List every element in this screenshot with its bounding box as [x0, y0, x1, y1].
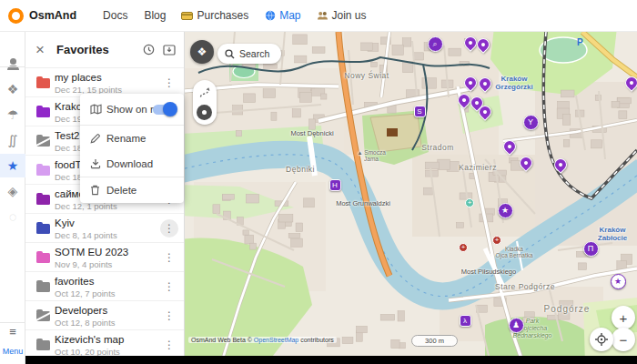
history-clock-icon[interactable] [143, 44, 155, 56]
favorites-group-row[interactable]: favoritesOct 12, 7 points⋮ [25, 272, 184, 301]
favorites-group-row[interactable]: KyivDec 8, 14 points⋮ [25, 214, 184, 243]
record-track-button[interactable] [197, 105, 212, 120]
group-name: my places [55, 72, 102, 83]
kebab-menu-icon[interactable]: ⋮ [160, 219, 178, 238]
kebab-menu-icon[interactable]: ⋮ [160, 336, 178, 354]
close-icon[interactable]: × [32, 42, 48, 58]
bottom-letterbox [25, 356, 637, 364]
osm-link[interactable]: OpenStreetMap [254, 337, 298, 343]
menu-item-delete[interactable]: Delete [80, 177, 184, 203]
map-layers-button[interactable]: ❖ [190, 40, 214, 64]
panel-title: Favorites [56, 43, 143, 56]
group-name: Test2 [55, 130, 80, 141]
menu-item-download[interactable]: Download [80, 151, 184, 177]
sidebar-divider [0, 66, 25, 67]
sidebar-item-navigation[interactable]: ◈ [0, 179, 25, 203]
hospital-poi[interactable]: + [492, 236, 501, 245]
group-subtitle: Oct 12, 8 points [55, 318, 116, 328]
folder-icon [36, 253, 50, 263]
folder-icon [36, 166, 50, 176]
plan-route-icon: ◌ [9, 209, 16, 224]
menu-item-rename[interactable]: Rename [80, 126, 184, 151]
group-name: favorites [55, 276, 94, 287]
star-favorite[interactable]: ★ [498, 203, 513, 218]
kebab-menu-icon[interactable]: ⋮ [160, 307, 178, 325]
folder-icon [36, 78, 50, 88]
crosshair-icon [595, 333, 608, 346]
sidebar-item-account[interactable] [0, 52, 25, 76]
nav-link-docs[interactable]: Docs [103, 9, 127, 22]
zoom-out-button[interactable]: − [612, 328, 635, 351]
menu-item-show-on-map[interactable]: Show on map [80, 94, 184, 125]
sidebar-item-tracks[interactable]: ∬ [0, 128, 25, 152]
zoom-in-button[interactable]: + [612, 306, 635, 329]
trash-icon [90, 185, 106, 196]
plan-route-icon[interactable] [198, 86, 211, 103]
join-us-icon [317, 11, 329, 20]
globe-icon [265, 10, 276, 21]
group-subtitle: Oct 12, 7 points [55, 288, 116, 298]
kebab-menu-icon[interactable]: ⋮ [160, 278, 178, 296]
sidebar-item-plan-route[interactable]: ◌ [0, 205, 25, 228]
map-search-button[interactable]: Search [217, 44, 281, 64]
sidebar-item-favorites[interactable]: ★ [0, 154, 25, 177]
group-subtitle: Nov 9, 4 points [55, 259, 112, 269]
locate-me-button[interactable] [590, 328, 613, 351]
group-name: Kyiv [55, 217, 75, 228]
search-icon [225, 49, 235, 59]
group-name: SOTM EU 2023 [55, 247, 128, 258]
folder-icon [36, 195, 50, 205]
map-layers-icon: ❖ [7, 82, 19, 96]
star-favorite-light[interactable]: ★ [611, 274, 626, 289]
folder-icon [36, 311, 50, 321]
hamburger-menu-icon[interactable]: ≡ [0, 327, 25, 338]
hotel-poi[interactable]: H [329, 179, 341, 191]
pharmacy-poi[interactable]: + [465, 198, 474, 207]
art-poi[interactable]: λ [460, 315, 471, 327]
weather-icon: ☂ [7, 107, 19, 122]
group-context-menu: Show on mapRenameDownloadDelete [80, 94, 184, 203]
cocktail-poi[interactable]: Y [523, 115, 539, 130]
menu-item-label: Download [106, 158, 153, 169]
search-poi[interactable]: ⌕ [428, 36, 443, 52]
folder-icon [36, 224, 50, 234]
nav-link-purchases[interactable]: Purchases [181, 9, 248, 22]
person-poi[interactable]: ♟ [509, 318, 524, 333]
nav-link-join-us[interactable]: Join us [317, 9, 367, 22]
map-viewport[interactable]: Kraków GrzegórzkiKraków ZabłocieNowy Świ… [185, 32, 637, 364]
kebab-menu-icon[interactable]: ⋮ [160, 248, 178, 267]
show-on-map-toggle[interactable] [153, 105, 176, 115]
folder-icon [36, 136, 50, 147]
navigation-icon: ◈ [8, 184, 18, 198]
nav-link-map[interactable]: Map [265, 9, 300, 22]
group-name: Developers [55, 305, 107, 316]
search-label: Search [239, 48, 269, 59]
map-base-tiles [185, 32, 637, 364]
map-attribution: OsmAnd Web Beta © OpenStreetMap contribu… [188, 337, 337, 343]
map-scale: 300 m [411, 335, 458, 347]
kebab-menu-icon[interactable]: ⋮ [160, 74, 178, 92]
favorites-group-row[interactable]: SOTM EU 2023Nov 9, 4 points⋮ [25, 243, 184, 272]
menu-button[interactable]: Menu [0, 347, 25, 356]
shop-poi[interactable]: S [414, 106, 426, 117]
favorites-group-row[interactable]: DevelopersOct 12, 8 points⋮ [25, 301, 184, 330]
sidebar-item-map-layers[interactable]: ❖ [0, 77, 25, 101]
favorites-icon: ★ [7, 158, 19, 173]
brand-title[interactable]: OsmAnd [29, 9, 76, 22]
folder-icon [36, 107, 50, 117]
sidebar-item-weather[interactable]: ☂ [0, 103, 25, 126]
group-name: Kizevich's map [55, 334, 124, 345]
tracks-icon: ∬ [7, 133, 17, 147]
museum-poi[interactable]: Π [583, 241, 599, 257]
hospital-poi[interactable]: + [459, 243, 468, 252]
menu-item-label: Rename [106, 133, 146, 144]
map-icon [90, 104, 106, 115]
menu-item-label: Delete [106, 185, 136, 196]
hidden-slash-icon [35, 136, 52, 147]
download-icon [90, 158, 106, 169]
nav-link-blog[interactable]: Blog [144, 9, 166, 22]
osmand-web-app: OsmAnd Docs Blog Purchases Map Join us ❖… [0, 0, 637, 364]
osmand-logo-icon[interactable] [8, 8, 24, 24]
import-file-icon[interactable] [163, 44, 176, 56]
left-sidebar: ❖☂∬★◈◌ ≡ Menu [0, 32, 25, 364]
